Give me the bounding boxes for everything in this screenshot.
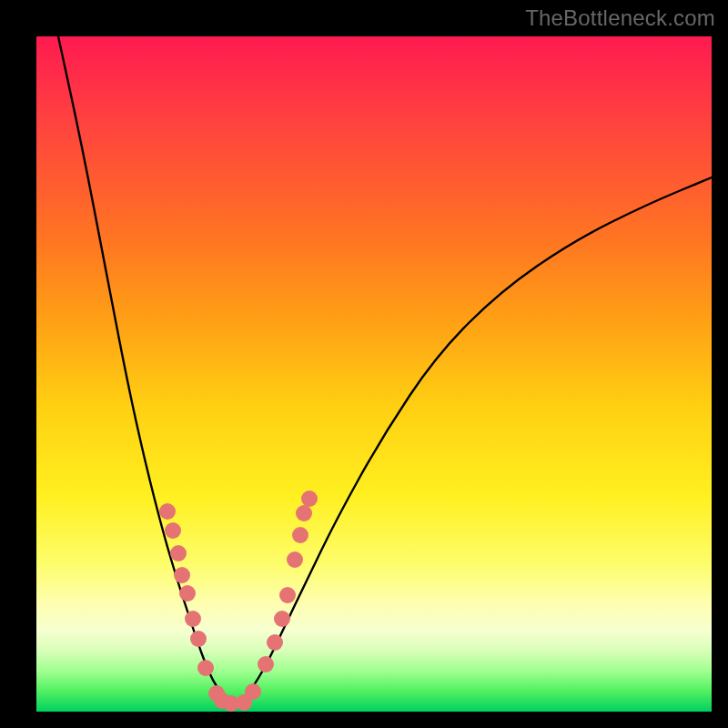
scatter-dot: [159, 503, 176, 520]
plot-area: [36, 36, 712, 712]
scatter-dot: [165, 522, 181, 539]
scatter-dot: [197, 660, 214, 676]
scatter-dot: [185, 611, 201, 627]
curve-group: [58, 36, 712, 704]
watermark-text: TheBottleneck.com: [525, 5, 715, 31]
scatter-dot: [190, 631, 207, 647]
scatter-dot: [292, 527, 308, 543]
scatter-dot: [245, 683, 261, 700]
scatter-dot: [174, 567, 190, 583]
scatter-dot: [287, 551, 303, 568]
outer-frame: TheBottleneck.com: [0, 0, 728, 728]
scatter-dot: [296, 505, 312, 521]
scatter-dot: [170, 545, 187, 561]
curve-right: [237, 177, 712, 704]
scatter-dot: [274, 611, 290, 627]
scatter-dot: [267, 634, 283, 651]
scatter-dot: [179, 585, 196, 602]
scatter-dot: [301, 490, 318, 507]
curve-left: [58, 36, 237, 703]
scatter-dot: [258, 656, 274, 672]
chart-svg: [36, 36, 712, 712]
scatter-dot: [279, 587, 296, 603]
